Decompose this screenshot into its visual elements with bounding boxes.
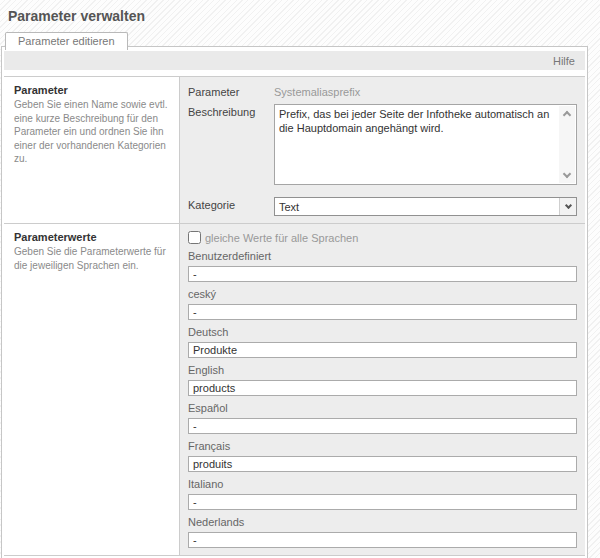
lang-label: Français	[188, 440, 577, 452]
lang-input-benutzerdefiniert[interactable]	[188, 266, 577, 282]
lang-input-deutsch[interactable]	[188, 342, 577, 358]
same-values-label: gleiche Werte für alle Sprachen	[205, 232, 358, 244]
tab-bar: Parameter editieren	[5, 30, 600, 46]
values-section-hint: Geben Sie die Parameterwerte für die jew…	[14, 245, 169, 272]
form-table: Parameter Geben Sie einen Name sowie evt…	[4, 76, 585, 556]
lang-label: Benutzerdefiniert	[188, 250, 577, 262]
description-textarea[interactable]: Prefix, das bei jeder Seite der Infothek…	[274, 104, 577, 185]
category-label: Kategorie	[188, 197, 268, 211]
lang-label: Español	[188, 402, 577, 414]
parameter-section-row: Parameter Geben Sie einen Name sowie evt…	[4, 77, 585, 224]
category-selected-value: Text	[279, 201, 299, 213]
parameter-section-fields: Parameter Systemaliasprefix Beschreibung…	[180, 77, 585, 223]
lang-label: Italiano	[188, 478, 577, 490]
help-link[interactable]: Hilfe	[553, 55, 585, 67]
lang-input-cesky[interactable]	[188, 304, 577, 320]
textarea-scrollbar[interactable]	[559, 106, 575, 183]
page-title: Parameter verwalten	[0, 0, 600, 30]
lang-field-francais: Français	[188, 440, 577, 472]
lang-input-francais[interactable]	[188, 456, 577, 472]
lang-input-italiano[interactable]	[188, 494, 577, 510]
lang-input-nederlands[interactable]	[188, 532, 577, 548]
chevron-down-icon	[564, 202, 571, 209]
lang-label: Deutsch	[188, 326, 577, 338]
lang-label: Nederlands	[188, 516, 577, 528]
lang-input-espanol[interactable]	[188, 418, 577, 434]
lang-label: ceský	[188, 288, 577, 300]
content-panel: Hilfe Parameter Geben Sie einen Name sow…	[1, 46, 588, 558]
parameter-section-info: Parameter Geben Sie einen Name sowie evt…	[4, 77, 180, 223]
lang-field-benutzerdefiniert: Benutzerdefiniert	[188, 250, 577, 282]
parameter-section-hint: Geben Sie einen Name sowie evtl. eine ku…	[14, 98, 169, 166]
toolbar: Hilfe	[4, 51, 585, 70]
parameter-name-label: Parameter	[188, 84, 268, 98]
same-values-row: gleiche Werte für alle Sprachen	[188, 231, 577, 244]
lang-field-english: English	[188, 364, 577, 396]
values-section-info: Parameterwerte Geben Sie die Parameterwe…	[4, 224, 180, 555]
parameter-section-heading: Parameter	[14, 84, 169, 96]
values-section-fields: gleiche Werte für alle Sprachen Benutzer…	[180, 224, 585, 555]
parameter-name-value: Systemaliasprefix	[274, 84, 577, 98]
lang-field-nederlands: Nederlands	[188, 516, 577, 548]
lang-label: English	[188, 364, 577, 376]
select-dropdown-button[interactable]	[559, 198, 576, 215]
category-select[interactable]: Text	[274, 197, 577, 216]
scroll-down-icon[interactable]	[563, 170, 571, 178]
same-values-checkbox[interactable]	[188, 231, 201, 244]
scroll-up-icon[interactable]	[563, 111, 571, 119]
lang-field-italiano: Italiano	[188, 478, 577, 510]
description-text: Prefix, das bei jeder Seite der Infothek…	[275, 105, 576, 138]
tab-parameter-editieren[interactable]: Parameter editieren	[5, 32, 128, 50]
lang-input-english[interactable]	[188, 380, 577, 396]
values-section-row: Parameterwerte Geben Sie die Parameterwe…	[4, 224, 585, 556]
lang-field-espanol: Español	[188, 402, 577, 434]
values-section-heading: Parameterwerte	[14, 231, 169, 243]
lang-field-deutsch: Deutsch	[188, 326, 577, 358]
description-label: Beschreibung	[188, 104, 268, 118]
lang-field-cesky: ceský	[188, 288, 577, 320]
